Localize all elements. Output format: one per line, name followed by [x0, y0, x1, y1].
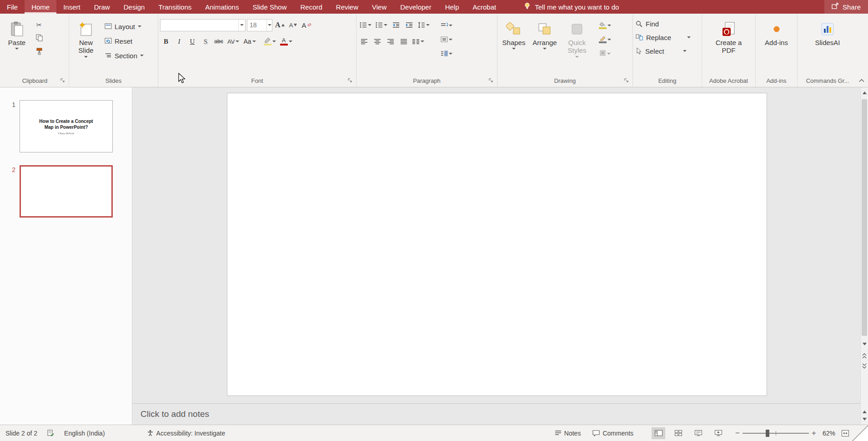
- select-button[interactable]: Select: [635, 45, 687, 57]
- font-name-combo[interactable]: [160, 19, 246, 31]
- layout-button[interactable]: Layout: [103, 20, 146, 33]
- find-button[interactable]: Find: [635, 17, 660, 30]
- menu-tab-help[interactable]: Help: [438, 0, 466, 14]
- shape-outline-button[interactable]: [597, 33, 612, 46]
- zoom-slider[interactable]: [743, 427, 809, 439]
- paste-button[interactable]: Paste: [3, 18, 31, 51]
- italic-button[interactable]: I: [173, 35, 185, 48]
- align-text-button[interactable]: [439, 33, 454, 46]
- create-pdf-button[interactable]: Create a PDF: [706, 18, 752, 56]
- paragraph-dialog-launcher[interactable]: [488, 77, 494, 84]
- scrollbar-thumb[interactable]: [862, 99, 867, 336]
- collapse-ribbon-button[interactable]: [859, 76, 864, 84]
- font-size-dropdown-icon[interactable]: [266, 20, 272, 31]
- new-slide-button[interactable]: New Slide: [71, 18, 101, 59]
- zoom-slider-thumb[interactable]: [766, 430, 769, 437]
- slide-thumbnail-1[interactable]: 1 How to Create a Concept Map in PowerPo…: [9, 100, 132, 152]
- tell-me-box[interactable]: Tell me what you want to do: [524, 0, 619, 14]
- zoom-in-button[interactable]: +: [812, 429, 816, 438]
- menu-tab-animations[interactable]: Animations: [198, 0, 246, 14]
- font-size-input[interactable]: [247, 20, 266, 31]
- normal-view-button[interactable]: [652, 427, 665, 439]
- menu-tab-draw[interactable]: Draw: [87, 0, 117, 14]
- window-resize-grip[interactable]: [851, 425, 868, 441]
- shape-effects-button[interactable]: [597, 47, 612, 60]
- clipboard-dialog-launcher[interactable]: [60, 77, 66, 84]
- vertical-scrollbar[interactable]: [860, 87, 868, 425]
- menu-tab-transitions[interactable]: Transitions: [151, 0, 198, 14]
- quick-styles-button[interactable]: Quick Styles: [561, 18, 593, 59]
- zoom-level-button[interactable]: 62%: [823, 430, 835, 437]
- next-slide-button[interactable]: [861, 361, 868, 370]
- cut-button[interactable]: ✂: [33, 19, 45, 31]
- notes-scroll-up-arrow[interactable]: [861, 409, 868, 415]
- slide-2-preview[interactable]: [20, 165, 113, 218]
- increase-font-size-button[interactable]: A: [274, 19, 286, 31]
- menu-tab-file[interactable]: File: [0, 0, 25, 14]
- font-name-input[interactable]: [161, 20, 238, 31]
- clear-formatting-button[interactable]: A: [301, 19, 313, 31]
- decrease-font-size-button[interactable]: A: [287, 19, 299, 31]
- menu-tab-acrobat[interactable]: Acrobat: [466, 0, 503, 14]
- character-spacing-button[interactable]: AV: [226, 35, 241, 48]
- menu-tab-view[interactable]: View: [365, 0, 393, 14]
- numbering-button[interactable]: [374, 19, 389, 31]
- comments-toggle-button[interactable]: Comments: [592, 430, 633, 437]
- arrange-button[interactable]: Arrange: [530, 18, 559, 51]
- menu-tab-insert[interactable]: Insert: [56, 0, 87, 14]
- share-button[interactable]: Share: [824, 0, 868, 14]
- justify-button[interactable]: [398, 35, 410, 48]
- previous-slide-button[interactable]: [861, 351, 868, 360]
- shapes-button[interactable]: Shapes: [499, 18, 528, 51]
- addins-button[interactable]: Add-ins: [760, 18, 793, 47]
- slide-indicator[interactable]: Slide 2 of 2: [5, 430, 37, 437]
- text-direction-button[interactable]: [439, 19, 454, 31]
- menu-tab-home[interactable]: Home: [25, 0, 56, 14]
- spell-check-button[interactable]: [47, 430, 54, 436]
- line-spacing-button[interactable]: [416, 19, 431, 31]
- convert-to-smartart-button[interactable]: [439, 47, 454, 60]
- slide-canvas[interactable]: [227, 93, 767, 396]
- slidesai-button[interactable]: SlidesAI: [807, 18, 848, 47]
- scroll-down-arrow[interactable]: [861, 340, 868, 348]
- menu-tab-design[interactable]: Design: [117, 0, 152, 14]
- replace-button[interactable]: Replace: [635, 31, 692, 44]
- align-right-button[interactable]: [385, 35, 396, 48]
- scroll-up-arrow[interactable]: [861, 89, 868, 96]
- bullets-button[interactable]: [358, 19, 373, 31]
- increase-indent-button[interactable]: [403, 19, 415, 31]
- language-button[interactable]: English (India): [64, 430, 105, 437]
- slide-1-preview[interactable]: How to Create a Concept Map in PowerPoin…: [20, 100, 113, 152]
- font-dialog-launcher[interactable]: [347, 77, 353, 84]
- drawing-dialog-launcher[interactable]: [623, 77, 630, 84]
- reading-view-button[interactable]: [692, 427, 705, 439]
- section-button[interactable]: Section: [103, 49, 146, 62]
- notes-pane[interactable]: Click to add notes: [132, 403, 868, 425]
- menu-tab-developer[interactable]: Developer: [393, 0, 438, 14]
- zoom-out-button[interactable]: −: [735, 429, 740, 438]
- columns-button[interactable]: [411, 35, 426, 48]
- slide-thumbnail-2[interactable]: 2: [9, 165, 132, 218]
- accessibility-checker-button[interactable]: Accessibility: Investigate: [147, 430, 226, 437]
- menu-tab-review[interactable]: Review: [329, 0, 365, 14]
- shape-fill-button[interactable]: [597, 19, 612, 31]
- align-left-button[interactable]: [358, 35, 370, 48]
- text-shadow-button[interactable]: S: [200, 35, 211, 48]
- font-size-combo[interactable]: [247, 19, 272, 31]
- bold-button[interactable]: B: [160, 35, 172, 48]
- format-painter-button[interactable]: [33, 46, 45, 58]
- reset-button[interactable]: Reset: [103, 35, 146, 47]
- notes-toggle-button[interactable]: Notes: [555, 430, 581, 437]
- align-center-button[interactable]: [371, 35, 383, 48]
- change-case-button[interactable]: Aa: [242, 35, 257, 48]
- font-name-dropdown-icon[interactable]: [238, 20, 245, 31]
- copy-button[interactable]: [33, 33, 45, 45]
- notes-scroll-down-arrow[interactable]: [861, 416, 868, 422]
- font-color-button[interactable]: A: [279, 35, 294, 48]
- underline-button[interactable]: U: [186, 35, 198, 48]
- slide-show-button[interactable]: [712, 427, 725, 439]
- menu-tab-slide-show[interactable]: Slide Show: [246, 0, 293, 14]
- fit-slide-to-window-button[interactable]: [842, 430, 849, 436]
- slide-sorter-view-button[interactable]: [672, 427, 685, 439]
- text-highlight-button[interactable]: [262, 35, 277, 48]
